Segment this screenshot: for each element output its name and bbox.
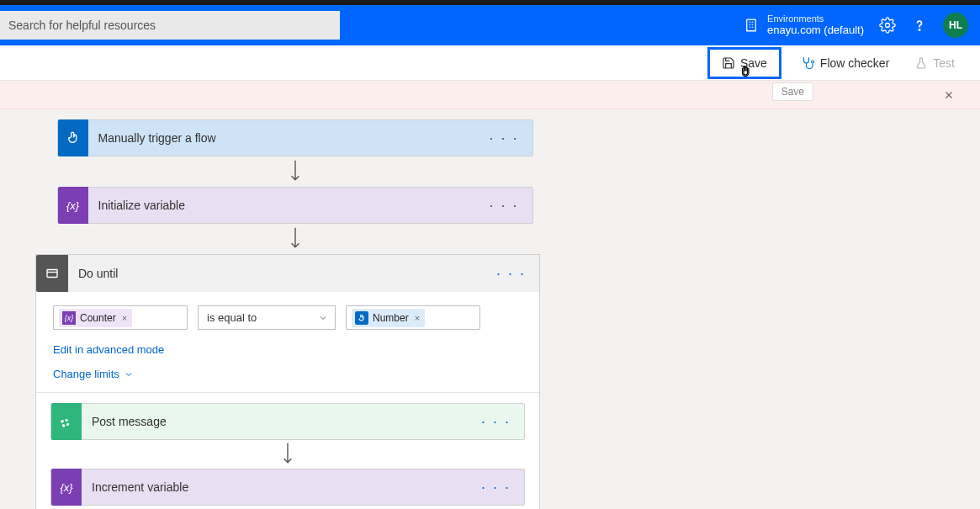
connector-arrow bbox=[57, 224, 533, 254]
do-until-header[interactable]: Do until · · · bbox=[36, 255, 539, 292]
remove-token-icon[interactable]: × bbox=[120, 313, 127, 323]
step-menu-icon[interactable]: · · · bbox=[483, 265, 539, 283]
flask-icon bbox=[914, 56, 928, 70]
svg-rect-0 bbox=[747, 19, 756, 31]
variable-icon: {x} bbox=[51, 469, 82, 506]
gear-icon[interactable] bbox=[879, 17, 896, 34]
test-button[interactable]: Test bbox=[908, 51, 961, 75]
step-init-variable-title: Initialize variable bbox=[88, 199, 476, 212]
step-menu-icon[interactable]: · · · bbox=[468, 479, 524, 496]
slack-icon bbox=[51, 403, 82, 440]
input-token-number[interactable]: Number × bbox=[352, 309, 425, 327]
chevron-down-icon bbox=[318, 313, 328, 323]
test-label: Test bbox=[933, 56, 955, 70]
svg-point-2 bbox=[919, 29, 919, 30]
save-tooltip: Save bbox=[772, 82, 813, 101]
touch-icon bbox=[58, 119, 88, 156]
save-icon bbox=[722, 56, 735, 70]
condition-row: {x} Counter × is equal to bbox=[53, 305, 522, 330]
step-trigger[interactable]: Manually trigger a flow · · · bbox=[57, 119, 533, 156]
svg-point-1 bbox=[886, 24, 890, 28]
env-label: Environments bbox=[767, 13, 864, 24]
step-trigger-title: Manually trigger a flow bbox=[88, 131, 476, 145]
condition-right-field[interactable]: Number × bbox=[346, 305, 480, 330]
step-init-variable[interactable]: {x} Initialize variable · · · bbox=[57, 187, 533, 224]
step-post-message[interactable]: Post message · · · bbox=[50, 403, 525, 440]
loop-icon bbox=[36, 255, 68, 292]
variable-icon: {x} bbox=[62, 311, 76, 325]
step-do-until[interactable]: Do until · · · {x} Counter × is equal to bbox=[35, 254, 540, 509]
avatar[interactable]: HL bbox=[943, 13, 968, 38]
flow-checker-label: Flow checker bbox=[820, 56, 889, 70]
step-increment-variable[interactable]: {x} Increment variable · · · bbox=[50, 469, 525, 506]
flow-canvas: Manually trigger a flow · · · {x} Initia… bbox=[0, 109, 980, 509]
close-icon[interactable] bbox=[943, 89, 955, 101]
connector-arrow bbox=[50, 440, 525, 469]
app-header: Environments enayu.com (default) HL bbox=[0, 5, 980, 45]
do-until-title: Do until bbox=[68, 267, 483, 280]
search-input[interactable] bbox=[0, 11, 340, 40]
flow-checker-button[interactable]: Flow checker bbox=[793, 50, 896, 76]
token-label: Counter bbox=[80, 312, 116, 324]
step-increment-variable-title: Increment variable bbox=[82, 480, 468, 494]
remove-token-icon[interactable]: × bbox=[413, 313, 420, 323]
environment-picker[interactable]: Environments enayu.com (default) bbox=[744, 13, 864, 37]
action-bar: Save Flow checker Test bbox=[0, 45, 980, 81]
edit-advanced-mode-link[interactable]: Edit in advanced mode bbox=[53, 343, 522, 356]
touch-icon bbox=[355, 311, 368, 325]
cursor-icon bbox=[739, 65, 754, 80]
save-button[interactable]: Save bbox=[707, 47, 781, 79]
help-icon[interactable] bbox=[911, 17, 928, 34]
notification-bar: Save bbox=[0, 81, 980, 109]
svg-rect-4 bbox=[47, 270, 57, 278]
token-label: Number bbox=[373, 312, 409, 324]
stethoscope-icon bbox=[800, 56, 815, 71]
change-limits-label: Change limits bbox=[53, 368, 119, 380]
condition-left-field[interactable]: {x} Counter × bbox=[53, 305, 188, 330]
variable-token-counter[interactable]: {x} Counter × bbox=[59, 309, 132, 327]
operator-label: is equal to bbox=[207, 311, 257, 324]
operator-select[interactable]: is equal to bbox=[198, 305, 336, 330]
connector-arrow bbox=[57, 156, 533, 187]
step-menu-icon[interactable]: · · · bbox=[475, 197, 532, 215]
chevron-down-icon bbox=[124, 369, 134, 379]
building-icon bbox=[744, 18, 759, 33]
change-limits-link[interactable]: Change limits bbox=[53, 368, 522, 380]
variable-icon: {x} bbox=[58, 187, 88, 224]
step-post-message-title: Post message bbox=[82, 415, 468, 428]
step-menu-icon[interactable]: · · · bbox=[475, 130, 532, 147]
env-name: enayu.com (default) bbox=[767, 24, 864, 37]
svg-point-3 bbox=[811, 61, 813, 63]
step-menu-icon[interactable]: · · · bbox=[468, 413, 524, 431]
